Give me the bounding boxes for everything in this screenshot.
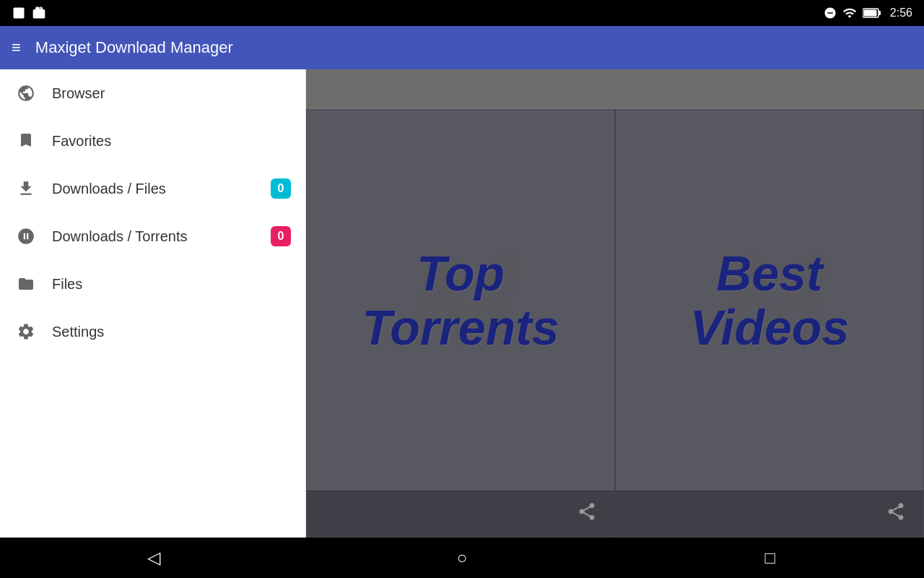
menu-button[interactable]: ≡ <box>12 38 21 57</box>
bottom-nav: ◁ ○ □ <box>0 538 924 578</box>
sidebar-item-files[interactable]: Files <box>0 260 305 308</box>
content-area: M Top Torrents <box>306 69 924 538</box>
briefcase-icon <box>32 6 46 20</box>
svg-rect-2 <box>863 10 876 17</box>
bookmark-icon <box>14 129 38 152</box>
sidebar-item-downloads-torrents[interactable]: Downloads / Torrents 0 <box>0 212 305 260</box>
share-videos-button[interactable] <box>886 501 906 527</box>
app-bar: ≡ Maxiget Download Manager <box>0 26 924 69</box>
photo-icon <box>12 6 26 20</box>
cards-row: M Top Torrents <box>306 109 924 538</box>
content-top-bar <box>306 69 924 109</box>
downloads-files-label: Downloads / Files <box>52 181 271 197</box>
top-torrents-card[interactable]: M Top Torrents <box>306 109 615 538</box>
download-icon <box>14 177 38 200</box>
main-layout: Browser Favorites Downloads / Files 0 <box>0 69 924 538</box>
sidebar-item-downloads-files[interactable]: Downloads / Files 0 <box>0 165 305 212</box>
svg-rect-1 <box>879 11 881 15</box>
status-bar-right: 2:56 <box>824 6 912 20</box>
torrent-icon <box>14 225 38 248</box>
browser-label: Browser <box>52 85 291 102</box>
favorites-label: Favorites <box>52 133 291 150</box>
files-label: Files <box>52 276 291 293</box>
status-bar-left <box>12 6 46 20</box>
best-videos-text: Best Videos <box>690 246 849 355</box>
settings-label: Settings <box>52 324 291 340</box>
home-button[interactable]: ○ <box>433 538 491 578</box>
sidebar-item-browser[interactable]: Browser <box>0 69 305 117</box>
time-display: 2:56 <box>890 7 912 20</box>
top-torrents-content: M Top Torrents <box>307 110 614 491</box>
sidebar-item-favorites[interactable]: Favorites <box>0 117 305 165</box>
sidebar: Browser Favorites Downloads / Files 0 <box>0 69 306 538</box>
downloads-files-badge: 0 <box>271 178 291 199</box>
sidebar-item-settings[interactable]: Settings <box>0 308 305 355</box>
globe-icon <box>14 82 38 105</box>
top-torrents-footer <box>307 491 614 537</box>
downloads-torrents-badge: 0 <box>271 226 291 246</box>
recent-button[interactable]: □ <box>741 538 799 578</box>
gear-icon <box>14 320 38 343</box>
battery-icon <box>863 7 881 19</box>
app-title: Maxiget Download Manager <box>35 38 233 57</box>
top-torrents-text: Top Torrents <box>362 246 559 355</box>
downloads-torrents-label: Downloads / Torrents <box>52 228 271 245</box>
share-torrents-button[interactable] <box>577 501 597 527</box>
no-disturb-icon <box>824 7 837 20</box>
best-videos-card[interactable]: M Best Videos <box>615 109 924 538</box>
folder-icon <box>14 272 38 296</box>
back-button[interactable]: ◁ <box>125 538 183 578</box>
wifi-icon <box>842 6 857 20</box>
best-videos-footer <box>616 491 923 537</box>
status-bar: 2:56 <box>0 0 924 26</box>
best-videos-content: M Best Videos <box>616 110 923 491</box>
